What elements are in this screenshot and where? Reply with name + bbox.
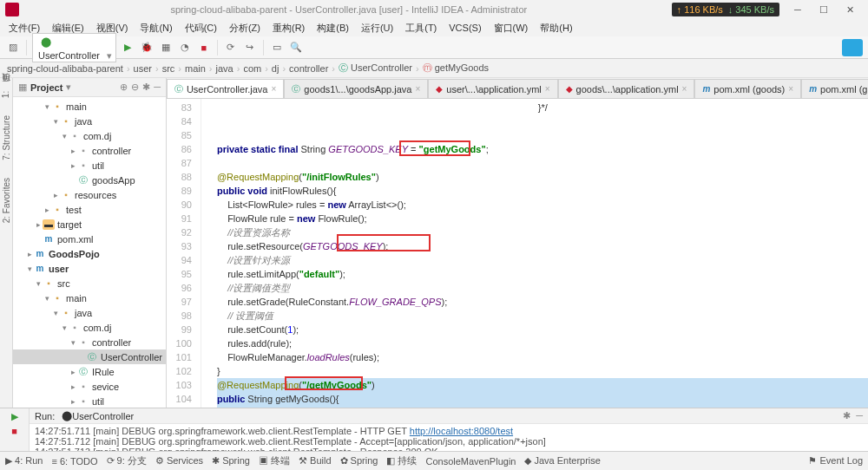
menu-item[interactable]: 窗口(W) [489, 20, 534, 36]
minimize-button[interactable]: ─ [785, 4, 811, 15]
menu-item[interactable]: 帮助(H) [535, 20, 577, 36]
tree-node[interactable]: ▾▪java [13, 114, 166, 128]
bottom-tab[interactable]: ⚒ Build [299, 455, 332, 467]
profile-icon[interactable]: ◔ [177, 40, 193, 55]
left-strip-tab[interactable]: 2: Favorites [2, 174, 11, 226]
menu-item[interactable]: 重构(R) [267, 20, 310, 36]
vcs-update-icon[interactable]: ⟳ [223, 40, 239, 55]
menu-item[interactable]: 代码(C) [180, 20, 222, 36]
settings-icon[interactable]: ✱ [142, 82, 150, 93]
tree-node[interactable]: ▸▪sevice [13, 379, 166, 394]
tree-node[interactable]: ▸▪util [13, 394, 166, 408]
breadcrumb-item[interactable]: src [162, 63, 175, 74]
run-hide-icon[interactable]: ─ [856, 410, 863, 421]
tree-node[interactable]: ⒸUserController [13, 349, 166, 364]
menu-item[interactable]: VCS(S) [444, 21, 486, 35]
project-panel-title: Project [30, 82, 62, 93]
title-bar: spring-cloud-alibaba-parent - UserContro… [0, 0, 868, 19]
tree-node[interactable]: ▾▪main [13, 99, 166, 114]
run-icon[interactable]: ▶ [120, 40, 135, 55]
maximize-button[interactable]: ☐ [811, 4, 837, 16]
rerun-icon[interactable]: ▶ [8, 411, 22, 423]
tab-close-icon[interactable]: × [415, 84, 420, 94]
tree-node[interactable]: ▸▪resources [13, 187, 166, 202]
structure-icon[interactable]: ▭ [269, 40, 285, 55]
stop-icon[interactable]: ■ [196, 40, 212, 55]
tree-node[interactable]: ▾▪controller [13, 335, 166, 349]
editor-tab[interactable]: Ⓒgoods1\...\goodsApp.java× [284, 79, 428, 98]
tree-node[interactable]: ▸▪controller [13, 143, 166, 158]
tab-close-icon[interactable]: × [682, 84, 687, 94]
bottom-tab[interactable]: ◆ Java Enterprise [524, 455, 600, 467]
menu-item[interactable]: 运行(U) [356, 20, 398, 36]
search-icon[interactable]: 🔍 [288, 40, 304, 55]
bottom-tab[interactable]: ▣ 终端 [259, 454, 290, 467]
editor-tab[interactable]: mpom.xml (goods1)× [801, 79, 868, 98]
add-config-icon[interactable]: ▨ [5, 40, 21, 55]
menu-item[interactable]: 分析(Z) [224, 20, 266, 36]
breadcrumb-item[interactable]: com [243, 63, 261, 74]
main-toolbar: ▨ ⬤ UserController ▶ 🐞 ▦ ◔ ■ ⟳ ↪ ▭ 🔍 [0, 36, 868, 59]
collapse-all-icon[interactable]: ⊕ [120, 82, 128, 93]
coverage-icon[interactable]: ▦ [158, 40, 174, 55]
menu-item[interactable]: 构建(B) [312, 20, 354, 36]
tree-node[interactable]: ▸▬target [13, 217, 166, 232]
tree-node[interactable]: ▾muser [13, 261, 166, 276]
tab-close-icon[interactable]: × [271, 84, 276, 94]
tab-close-icon[interactable]: × [788, 84, 793, 94]
tree-node[interactable]: ▾▪java [13, 305, 166, 320]
tree-node[interactable]: ▸mGoodsPojo [13, 246, 166, 261]
select-opened-icon[interactable]: ⊖ [131, 82, 139, 93]
line-gutter: 8384858687888990919293949596979899100101… [167, 99, 201, 408]
tree-node[interactable]: mpom.xml [13, 232, 166, 246]
project-tree[interactable]: ▾▪main▾▪java▾▪com.dj▸▪controller▸▪utilⒸg… [13, 97, 166, 408]
breadcrumb-item[interactable]: main [185, 63, 206, 74]
breadcrumb-item[interactable]: ⓜ getMyGoods [423, 62, 489, 75]
close-button[interactable]: ✕ [837, 4, 863, 16]
run-config-select[interactable]: ⬤ UserController [32, 33, 116, 62]
left-strip-tab[interactable]: 7: Structure [2, 112, 11, 164]
run-settings-icon[interactable]: ✱ [843, 410, 851, 421]
vcs-commit-icon[interactable]: ↪ [242, 40, 258, 55]
console-output[interactable]: 14:27:51.711 [main] DEBUG org.springfram… [30, 424, 868, 451]
tree-node[interactable]: ▸▪util [13, 158, 166, 173]
tree-node[interactable]: ▾▪src [13, 276, 166, 290]
editor-tabs: ⒸUserController.java×Ⓒgoods1\...\goodsAp… [167, 78, 868, 99]
tree-node[interactable]: ▸ⒸIRule [13, 364, 166, 379]
code-editor[interactable]: 8384858687888990919293949596979899100101… [167, 99, 868, 408]
menu-item[interactable]: 导航(N) [135, 20, 177, 36]
bottom-tab[interactable]: ⚙ Services [155, 455, 203, 467]
bottom-tab[interactable]: ⟳ 9: 分支 [107, 454, 147, 467]
tree-node[interactable]: ⒸgoodsApp [13, 173, 166, 187]
tree-node[interactable]: ▾▪main [13, 290, 166, 305]
tree-node[interactable]: ▾▪com.dj [13, 320, 166, 335]
panel-expand-icon[interactable]: ▦ [18, 82, 27, 93]
breadcrumb-item[interactable]: java [216, 63, 233, 74]
hide-panel-icon[interactable]: ─ [154, 82, 161, 93]
bottom-tab[interactable]: ✱ Spring [212, 455, 250, 467]
breadcrumb-item[interactable]: user [134, 63, 152, 74]
editor-tab[interactable]: ⒸUserController.java× [167, 79, 284, 98]
bottom-tab[interactable]: ≡ 6: TODO [51, 456, 97, 467]
tree-node[interactable]: ▸▪test [13, 202, 166, 217]
bottom-tab[interactable]: ▶ 4: Run [5, 455, 43, 467]
editor-tab[interactable]: ◆user\...\application.yml× [428, 79, 557, 98]
editor-tab[interactable]: mpom.xml (goods)× [694, 79, 801, 98]
breadcrumb-item[interactable]: Ⓒ UserController [339, 62, 412, 75]
cloud-sync-icon[interactable] [842, 39, 863, 56]
breadcrumb-item[interactable]: controller [289, 63, 328, 74]
stop-run-icon[interactable]: ■ [8, 426, 22, 438]
code-body[interactable]: }*/ private static final String GETGOODS… [201, 99, 868, 408]
menu-item[interactable]: 工具(T) [400, 20, 442, 36]
bottom-tab[interactable]: ✿ Spring [340, 455, 378, 467]
event-log-tab[interactable]: ⚑ Event Log [808, 455, 863, 467]
breadcrumb-item[interactable]: spring-cloud-alibaba-parent [7, 63, 123, 74]
left-strip-tab[interactable]: 1: 项目 [0, 85, 12, 101]
bottom-tab[interactable]: ConsoleMavenPlugin [425, 456, 516, 467]
bottom-tab[interactable]: ◧ 持续 [386, 454, 417, 467]
tab-close-icon[interactable]: × [545, 84, 550, 94]
tree-node[interactable]: ▾▪com.dj [13, 128, 166, 143]
editor-tab[interactable]: ◆goods\...\application.yml× [558, 79, 695, 98]
breadcrumb-item[interactable]: dj [272, 63, 279, 74]
debug-icon[interactable]: 🐞 [139, 40, 155, 55]
